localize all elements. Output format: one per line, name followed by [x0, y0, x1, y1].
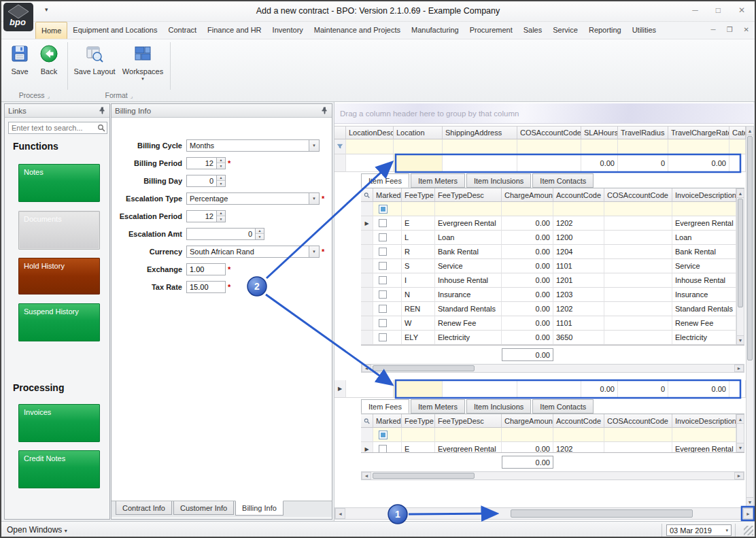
fee-row[interactable]: R Bank Rental 0.00 1204 Bank Rental: [361, 245, 736, 259]
tab-utilities[interactable]: Utilities: [627, 22, 662, 39]
child-close-button[interactable]: ✕: [744, 26, 749, 33]
cell-accountcode[interactable]: 1101: [553, 316, 604, 331]
column-header[interactable]: COSAccountCode: [517, 126, 581, 139]
child-restore-button[interactable]: ❐: [727, 26, 733, 33]
tab-item-fees[interactable]: Item Fees: [361, 173, 409, 188]
maximize-button[interactable]: □: [716, 5, 721, 15]
open-windows-menu[interactable]: Open Windows ▾: [7, 525, 67, 535]
column-header[interactable]: SLAHours: [581, 126, 618, 139]
column-header[interactable]: FeeType: [402, 414, 435, 428]
column-header[interactable]: ChargeAmount: [502, 414, 553, 428]
cell-location[interactable]: [394, 154, 443, 172]
cell-marked[interactable]: [373, 442, 402, 452]
scroll-up-icon[interactable]: ▲: [737, 189, 744, 198]
column-header[interactable]: Marked: [373, 414, 402, 428]
cell-marked[interactable]: [373, 245, 402, 259]
tab-equipment-and-locations[interactable]: Equipment and Locations: [67, 22, 162, 39]
checkbox[interactable]: [379, 290, 387, 299]
filter-cell[interactable]: [672, 428, 736, 442]
cell-cosaccountcode[interactable]: [604, 245, 672, 259]
filter-cell[interactable]: [517, 139, 581, 154]
tab-item-contacts[interactable]: Item Contacts: [532, 399, 594, 414]
cell-accountcode[interactable]: 1203: [553, 288, 604, 302]
cell-travelradius[interactable]: 0: [618, 154, 668, 172]
checkbox[interactable]: [379, 219, 387, 227]
scroll-left-icon[interactable]: ◄: [335, 508, 345, 519]
spin-down-icon[interactable]: ▼: [217, 181, 225, 186]
tab-item-inclusions[interactable]: Item Inclusions: [466, 173, 531, 188]
filter-cell[interactable]: [604, 202, 672, 216]
scrollbar-thumb[interactable]: [373, 365, 475, 371]
column-header[interactable]: ShippingAddress: [443, 126, 517, 139]
cell-chargeamount[interactable]: 0.00: [502, 302, 553, 316]
filter-cell[interactable]: [729, 139, 746, 154]
cell-invoicedescription[interactable]: Bank Rental: [672, 245, 736, 259]
save-button[interactable]: Save: [7, 43, 33, 86]
cell-cate[interactable]: [729, 380, 746, 398]
cell-cosaccountcode[interactable]: [517, 380, 581, 398]
tax-rate-field[interactable]: [186, 281, 226, 293]
tab-reporting[interactable]: Reporting: [583, 22, 627, 39]
column-header[interactable]: COSAccountCode: [604, 188, 672, 202]
column-header[interactable]: FeeType: [402, 188, 435, 202]
cell-chargeamount[interactable]: 0.00: [502, 331, 553, 345]
cell-chargeamount[interactable]: 0.00: [502, 442, 553, 452]
cell-feetype[interactable]: REN: [402, 302, 435, 316]
scroll-up-icon[interactable]: ▲: [746, 127, 753, 135]
spin-down-icon[interactable]: ▼: [217, 163, 225, 169]
escalation-period-stepper[interactable]: 12 ▲▼: [186, 210, 226, 222]
column-header[interactable]: ChargeAmount: [502, 188, 553, 202]
resize-grip[interactable]: [744, 526, 753, 535]
hold-history-button[interactable]: Hold History: [18, 258, 100, 295]
column-header[interactable]: Cate: [729, 126, 746, 139]
spin-down-icon[interactable]: ▼: [256, 234, 264, 239]
column-header[interactable]: AccountCode: [553, 188, 604, 202]
checkbox[interactable]: [379, 248, 387, 256]
workspaces-dropdown-icon[interactable]: ▼: [120, 77, 166, 81]
cell-chargeamount[interactable]: 0.00: [502, 245, 553, 259]
cell-marked[interactable]: [373, 302, 402, 316]
marked-filter-checkbox[interactable]: [379, 431, 388, 439]
back-button[interactable]: Back: [35, 43, 63, 86]
tab-inventory[interactable]: Inventory: [267, 22, 309, 39]
cell-cosaccountcode[interactable]: [604, 231, 672, 245]
spin-down-icon[interactable]: ▼: [217, 216, 225, 222]
notes-button[interactable]: Notes: [18, 164, 100, 202]
checkbox[interactable]: [379, 445, 387, 452]
cell-invoicedescription[interactable]: Evergreen Rental: [672, 216, 736, 231]
filter-cell[interactable]: [553, 428, 604, 442]
filter-cell[interactable]: [394, 139, 443, 154]
fee-row[interactable]: ▶ E Evergreen Rental 0.00 1202 Evergreen…: [361, 216, 736, 231]
cell-cosaccountcode[interactable]: [604, 288, 672, 302]
scroll-right-icon[interactable]: ►: [734, 365, 744, 372]
scroll-left-icon[interactable]: ◄: [362, 365, 371, 372]
filter-cell[interactable]: [402, 428, 435, 442]
filter-cell[interactable]: [604, 428, 672, 442]
cell-travelradius[interactable]: 0: [618, 380, 668, 398]
credit-notes-button[interactable]: Credit Notes: [18, 450, 100, 488]
cell-invoicedescription[interactable]: Evergreen Rental: [672, 442, 736, 452]
filter-cell[interactable]: [553, 202, 604, 216]
cell-chargeamount[interactable]: 0.00: [502, 273, 553, 288]
cell-invoicedescription[interactable]: Loan: [672, 231, 736, 245]
scrollbar-thumb[interactable]: [738, 199, 743, 307]
fee-row[interactable]: I Inhouse Rental 0.00 1201 Inhouse Renta…: [361, 273, 736, 288]
cell-feetypedesc[interactable]: Inhouse Rental: [435, 273, 502, 288]
cell-marked[interactable]: [373, 216, 402, 231]
grid-vertical-scrollbar[interactable]: ▲ ▼: [746, 126, 754, 507]
scroll-down-icon[interactable]: ▼: [737, 335, 744, 344]
chevron-down-icon[interactable]: ▼: [309, 193, 319, 204]
cell-accountcode[interactable]: 1201: [553, 273, 604, 288]
cell-accountcode[interactable]: 1204: [553, 245, 604, 259]
cell-feetype[interactable]: W: [402, 316, 435, 331]
cell-cosaccountcode[interactable]: [604, 331, 672, 345]
cell-accountcode[interactable]: 3650: [553, 331, 604, 345]
checkbox[interactable]: [379, 319, 387, 327]
tab-customer-info[interactable]: Customer Info: [173, 501, 234, 515]
tab-item-fees[interactable]: Item Fees: [361, 399, 409, 414]
fee-row[interactable]: N Insurance 0.00 1203 Insurance: [361, 288, 736, 302]
date-picker[interactable]: 03 Mar 2019 ▾: [666, 524, 732, 536]
fee-row[interactable]: W Renew Fee 0.00 1101 Renew Fee: [361, 316, 736, 331]
search-input[interactable]: [8, 122, 107, 134]
column-header[interactable]: InvoiceDescription: [672, 188, 736, 202]
